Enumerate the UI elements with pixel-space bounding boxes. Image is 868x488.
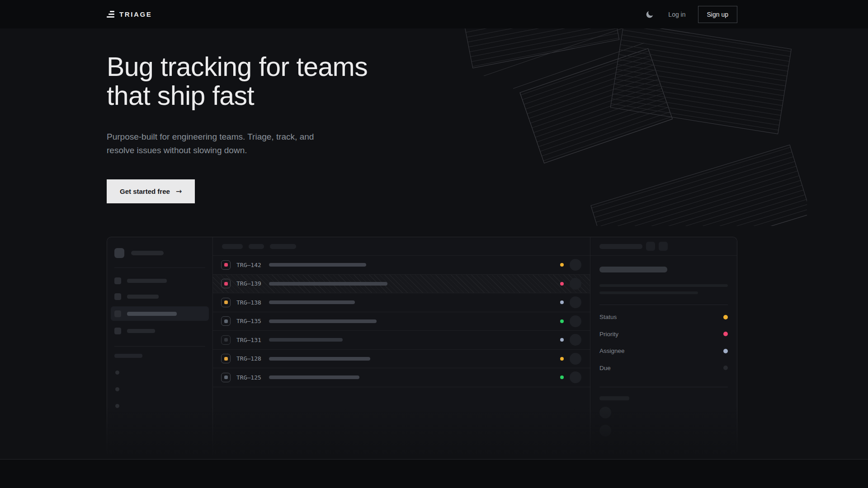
detail-field-row: Due	[599, 360, 728, 377]
sidebar-divider	[114, 346, 205, 347]
assignee-avatar	[570, 353, 581, 365]
issue-type-icon	[221, 316, 231, 326]
issue-rows: TRG–142 TRG–139 TRG–138 TRG–135 TRG–131 …	[213, 256, 590, 387]
issue-type-icon	[221, 373, 231, 382]
activity-label-placeholder	[599, 396, 629, 400]
issue-row: TRG–125	[213, 368, 590, 387]
section-label-placeholder	[114, 354, 142, 358]
issue-title-placeholder	[269, 282, 387, 286]
detail-field-row: Assignee	[599, 343, 728, 360]
issue-row: TRG–139	[213, 275, 590, 294]
detail-divider	[599, 305, 728, 305]
issue-row: TRG–131	[213, 331, 590, 350]
activity-avatar-placeholder	[599, 425, 611, 436]
detail-action-placeholder	[646, 242, 655, 251]
arrow-right-icon: →	[176, 187, 182, 196]
hero-title-line1: Bug tracking for teams	[107, 52, 368, 82]
issue-type-icon	[221, 260, 231, 270]
page-footer	[0, 459, 868, 488]
issue-id: TRG–128	[236, 355, 265, 362]
field-label: Status	[599, 314, 617, 320]
hero-subtitle: Purpose-built for engineering teams. Tri…	[107, 130, 319, 157]
issue-title-placeholder	[269, 375, 359, 379]
hero-title: Bug tracking for teamsthat ship fast	[107, 52, 368, 110]
issue-type-icon	[221, 354, 231, 363]
get-started-button[interactable]: Get started free →	[107, 179, 195, 203]
signup-button[interactable]: Sign up	[698, 6, 737, 23]
assignee-avatar	[570, 371, 581, 383]
field-label: Due	[599, 365, 611, 371]
assignee-avatar	[570, 278, 581, 290]
detail-divider	[599, 387, 728, 387]
wireframe-graphic	[432, 0, 807, 226]
status-dot	[560, 357, 564, 361]
brand: TRIAGE	[107, 10, 152, 18]
nav-item-placeholder	[111, 325, 209, 337]
nav-actions: Log in Sign up	[644, 6, 737, 23]
status-dot	[560, 338, 564, 342]
moon-icon	[646, 10, 654, 19]
sidebar-dot-placeholder	[115, 404, 119, 408]
issue-row: TRG–128	[213, 350, 590, 369]
list-toolbar	[213, 237, 590, 256]
get-started-label: Get started free	[120, 188, 170, 195]
top-nav: TRIAGE Log in Sign up	[0, 0, 868, 28]
issue-type-dot	[224, 375, 228, 379]
issue-type-dot	[224, 319, 228, 323]
brand-name: TRIAGE	[119, 10, 152, 18]
workspace-avatar-placeholder	[114, 248, 124, 258]
field-label: Assignee	[599, 347, 625, 354]
workspace-row	[114, 248, 205, 258]
nav-item-placeholder	[111, 291, 209, 302]
theme-toggle-button[interactable]	[644, 8, 656, 20]
field-label: Priority	[599, 331, 618, 338]
login-link[interactable]: Log in	[668, 11, 685, 18]
brand-logo-icon	[107, 11, 114, 18]
status-dot	[560, 319, 564, 323]
issue-title-placeholder	[269, 300, 355, 304]
wireframe-slab-bottom-right	[591, 145, 807, 226]
issue-id: TRG–135	[236, 318, 265, 324]
workspace-name-placeholder	[131, 251, 164, 255]
nav-item-active-placeholder	[111, 306, 209, 321]
mock-issue-list: TRG–142 TRG–139 TRG–138 TRG–135 TRG–131 …	[213, 237, 590, 459]
status-dot	[560, 375, 564, 379]
activity-avatar-placeholder	[599, 407, 611, 418]
issue-type-dot	[224, 282, 228, 286]
filter-pill-placeholder	[270, 244, 296, 249]
status-dot	[560, 282, 564, 286]
detail-fields: Status Priority Assignee Due	[599, 309, 728, 376]
detail-title-pill-placeholder	[599, 244, 642, 249]
mock-sidebar	[107, 237, 213, 459]
filter-pill-placeholder	[249, 244, 264, 249]
field-value-dot	[723, 349, 728, 353]
issue-row: TRG–135	[213, 312, 590, 331]
app-preview-card: TRG–142 TRG–139 TRG–138 TRG–135 TRG–131 …	[107, 237, 737, 459]
field-value-dot	[723, 315, 728, 319]
issue-title-placeholder	[269, 263, 366, 267]
issue-id: TRG–142	[236, 262, 265, 268]
issue-row: TRG–142	[213, 256, 590, 275]
issue-type-dot	[224, 300, 228, 304]
issue-type-dot	[224, 357, 228, 361]
assignee-avatar	[570, 334, 581, 346]
issue-type-icon	[221, 279, 231, 288]
issue-id: TRG–138	[236, 299, 265, 306]
landing-page: TRIAGE Log in Sign up Bug tracking for t…	[0, 0, 868, 488]
field-value-dot	[723, 366, 728, 370]
field-value-dot	[723, 332, 728, 336]
description-line-placeholder	[599, 284, 728, 287]
issue-type-dot	[224, 338, 228, 342]
status-dot	[560, 300, 564, 304]
issue-id: TRG–125	[236, 374, 265, 381]
filter-pill-placeholder	[222, 244, 243, 249]
issue-type-icon	[221, 298, 231, 307]
detail-body: Status Priority Assignee Due	[590, 256, 737, 436]
issue-title-placeholder	[599, 267, 667, 272]
detail-field-row: Priority	[599, 326, 728, 343]
detail-action-placeholder	[659, 242, 668, 251]
detail-toolbar	[590, 237, 737, 256]
sidebar-divider	[114, 267, 205, 268]
nav-item-placeholder	[111, 275, 209, 286]
assignee-avatar	[570, 259, 581, 271]
